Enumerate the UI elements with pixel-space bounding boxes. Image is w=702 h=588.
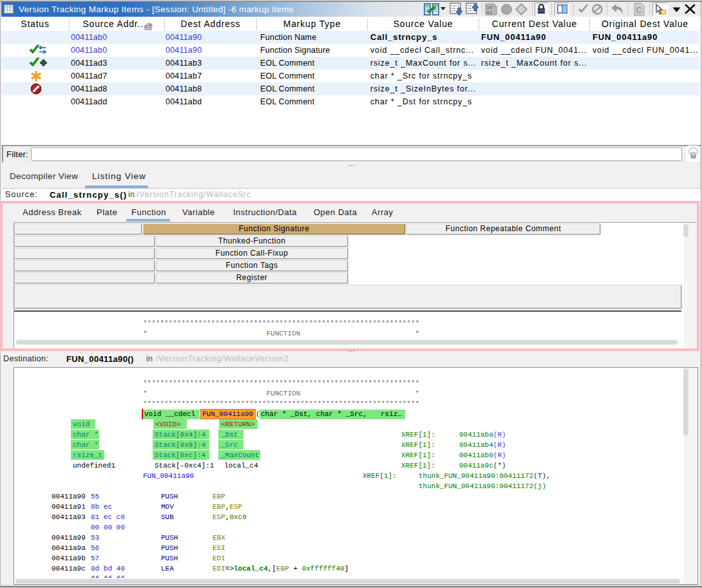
svg-text:C: C (636, 5, 643, 15)
svg-text:01: 01 (487, 10, 493, 15)
